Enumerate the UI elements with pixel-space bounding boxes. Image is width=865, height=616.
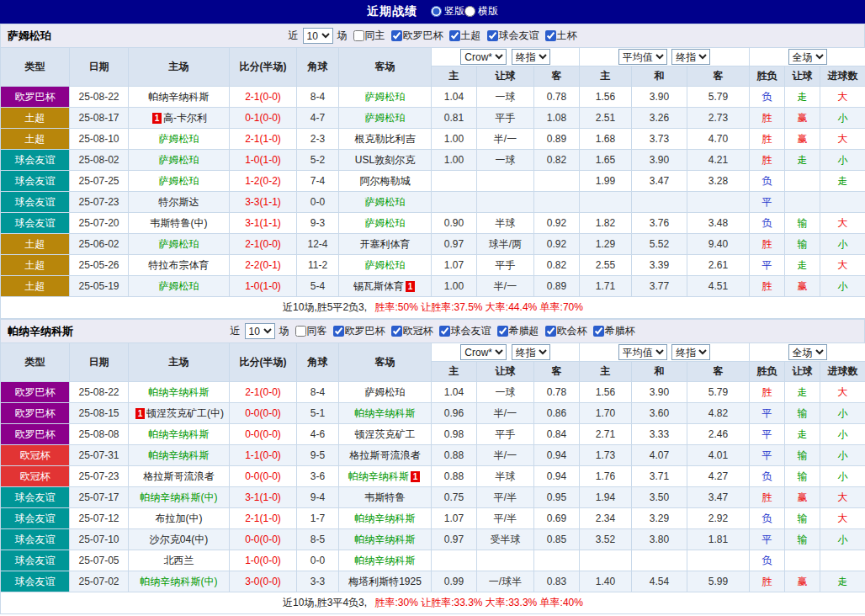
competition-filter[interactable]: 希腊超 [497,324,539,338]
avg-away: 3.47 [687,487,750,508]
result-goals: 走 [820,171,865,192]
odds-selects-row: 类型 日期 主场 比分(半场) 角球 客场 Crow* 终指 平均值 终指 [1,343,865,362]
match-row: 球会友谊25-07-17帕纳辛纳科斯(中)3-1(1-0)9-4韦斯特鲁0.75… [1,487,865,508]
competition-checkbox[interactable] [545,30,556,41]
match-score: 2-2(0-1) [230,255,297,276]
col-header-avg-draw: 和 [632,66,687,87]
same-venue-filter[interactable]: 同客 [295,324,327,338]
competition-filter[interactable]: 希腊杯 [593,324,635,338]
odds-home: 0.97 [432,529,477,550]
competition-checkbox[interactable] [487,30,498,41]
match-count-select[interactable]: 10 [303,28,333,44]
competition-checkbox[interactable] [439,326,450,337]
result-outcome: 负 [750,508,785,529]
result-outcome: 胜 [750,150,785,171]
competition-checkbox[interactable] [333,326,344,337]
competition-label: 希腊超 [509,324,539,338]
avg-away: 2.61 [687,255,750,276]
away-team: 帕纳辛纳科斯1 [339,466,432,487]
layout-radio[interactable] [464,6,475,17]
odds-home: 0.99 [432,571,477,592]
layout-option-label: 竖版 [444,4,464,19]
competition-filter[interactable]: 土超 [449,29,481,43]
avg-select[interactable]: 平均值 [618,344,667,360]
competition-checkbox[interactable] [497,326,508,337]
away-team: 根克勒比利吉 [339,129,432,150]
competition-filter[interactable]: 球会友谊 [439,324,491,338]
scope-select[interactable]: 全场 [788,344,827,360]
col-header-type: 类型 [1,48,70,87]
competition-filter[interactable]: 欧罗巴杯 [391,29,443,43]
odds-away: 0.92 [534,234,580,255]
avg-home: 1.99 [580,171,632,192]
avg-home: 1.29 [580,234,632,255]
col-header-avg-away: 客 [687,362,750,382]
odds-company-select[interactable]: Crow* [460,344,507,360]
col-header-avg-away: 客 [687,66,750,87]
competition-label: 土杯 [557,29,577,43]
corner-score: 9-3 [297,213,339,234]
competition-filter[interactable]: 欧会杯 [545,324,587,338]
result-goals: 小 [820,234,865,255]
avg-away: 5.79 [687,382,750,403]
result-goals: 小 [820,445,865,466]
layout-option[interactable]: 竖版 [431,4,464,19]
competition-filter[interactable]: 欧罗巴杯 [333,324,385,338]
competition-checkbox[interactable] [391,326,402,337]
avg-time-select[interactable]: 终指 [671,49,710,65]
layout-radio[interactable] [431,6,442,17]
competition-checkbox[interactable] [545,326,556,337]
odds-handicap: 半/一 [477,403,534,424]
avg-time-select[interactable]: 终指 [671,344,710,360]
competition-checkbox[interactable] [391,30,402,41]
odds-home: 1.00 [432,150,477,171]
odds-away: 0.94 [534,445,580,466]
col-header-avg-draw: 和 [632,362,687,382]
col-header-type: 类型 [1,343,70,382]
odds-home: 0.98 [432,424,477,445]
layout-option[interactable]: 横版 [464,4,498,19]
competition-checkbox[interactable] [449,30,460,41]
match-date: 25-07-10 [70,529,129,550]
match-date: 25-07-02 [70,571,129,592]
odds-time-select[interactable]: 终指 [512,344,550,360]
result-outcome: 胜 [750,129,785,150]
col-header-odds-home: 主 [432,66,477,87]
same-venue-checkbox[interactable] [295,326,306,337]
section-head: 萨姆松珀 近10场同主欧罗巴杯土超球会友谊土杯 [0,24,865,47]
result-handicap: 走 [785,87,820,108]
avg-draw: 3.77 [632,276,687,297]
avg-away: 5.79 [687,87,750,108]
matches-table: 类型 日期 主场 比分(半场) 角球 客场 Crow* 终指 平均值 终指 [0,343,865,614]
scope-select[interactable]: 全场 [788,49,827,65]
match-date: 25-08-15 [70,403,129,424]
match-score: 3-1(1-0) [230,487,297,508]
same-venue-filter[interactable]: 同主 [353,29,385,43]
odds-away: 0.92 [534,213,580,234]
result-goals: 大 [820,487,865,508]
avg-select[interactable]: 平均值 [618,49,667,65]
table-foot: 近10场,胜5平2负3, 胜率:50% 让胜率:37.5% 大率:44.4% 单… [1,297,865,319]
competition-filter[interactable]: 土杯 [545,29,577,43]
odds-away: 0.84 [534,424,580,445]
competition-filter[interactable]: 欧冠杯 [391,324,433,338]
same-venue-checkbox[interactable] [353,30,364,41]
result-outcome: 胜 [750,487,785,508]
result-goals: 小 [820,403,865,424]
col-header-corner: 角球 [297,48,339,87]
away-team: 韦斯特鲁 [339,487,432,508]
odds-time-select[interactable]: 终指 [512,49,550,65]
odds-away: 0.85 [534,529,580,550]
match-row: 球会友谊25-07-10沙尔克04(中)0-0(0-0)8-5帕纳辛纳科斯0.9… [1,529,865,550]
competition-label: 欧罗巴杯 [345,324,385,338]
col-header-score: 比分(半场) [230,343,297,382]
odds-company-select[interactable]: Crow* [460,49,507,65]
odds-away: 0.95 [534,487,580,508]
match-count-select[interactable]: 10 [245,323,275,339]
result-goals: 走 [820,571,865,592]
corner-score: 0-0 [297,550,339,571]
competition-filter[interactable]: 球会友谊 [487,29,539,43]
odds-home: 1.00 [432,129,477,150]
competition-checkbox[interactable] [593,326,604,337]
away-team: 开塞利体育 [339,234,432,255]
